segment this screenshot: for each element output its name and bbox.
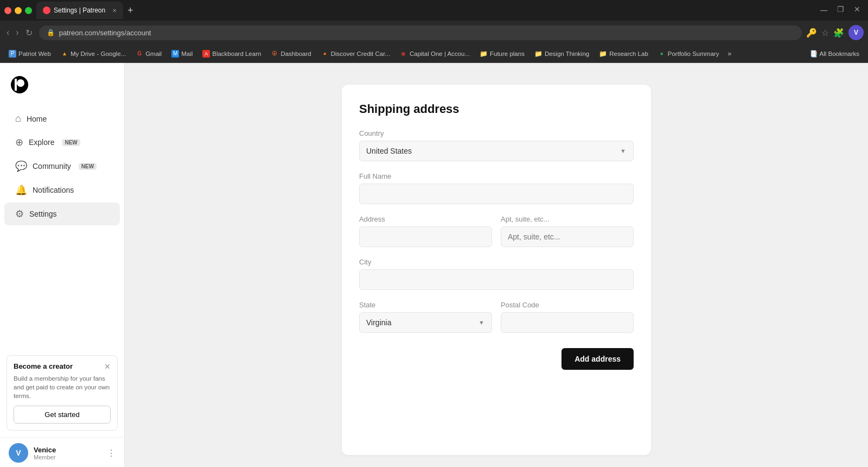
apt-group: Apt, suite, etc...	[501, 215, 634, 247]
bookmark-label: My Drive - Google...	[71, 51, 126, 57]
forward-button[interactable]: ›	[14, 26, 21, 40]
creator-box-title: Become a creator	[14, 362, 73, 370]
bookmark-future-plans[interactable]: 📁 Future plans	[475, 48, 529, 59]
url-display: patreon.com/settings/account	[59, 29, 151, 37]
user-menu-button[interactable]: ⋮	[107, 448, 116, 458]
password-icon[interactable]: 🔑	[806, 28, 817, 38]
address-label: Address	[359, 215, 492, 223]
folder-icon: 📁	[480, 50, 488, 58]
sidebar-item-home[interactable]: ⌂ Home	[4, 108, 120, 130]
tab-close-icon[interactable]: ✕	[112, 8, 117, 14]
address-row: Address Apt, suite, etc...	[359, 215, 634, 258]
postal-label: Postal Code	[501, 301, 634, 309]
bookmark-label: Research Lab	[609, 51, 648, 57]
community-new-badge: NEW	[79, 163, 97, 170]
bookmark-label: Patriot Web	[18, 51, 51, 57]
sidebar-logo	[0, 72, 124, 106]
bookmark-research-lab[interactable]: 📁 Research Lab	[595, 48, 653, 59]
full-name-input[interactable]	[359, 184, 634, 204]
full-name-group: Full Name	[359, 172, 634, 204]
bookmarks-bar: P Patriot Web ▲ My Drive - Google... G G…	[0, 45, 868, 63]
discover-icon: ●	[321, 50, 329, 58]
minimize-icon[interactable]: ─	[817, 5, 831, 16]
main-content: Shipping address Country United States C…	[125, 63, 868, 467]
address-bar[interactable]: 🔒 patreon.com/settings/account	[39, 26, 802, 40]
bookmark-label: Blackboard Learn	[212, 51, 261, 57]
all-bookmarks-button[interactable]: 📑 All Bookmarks	[806, 48, 864, 59]
city-label: City	[359, 258, 634, 266]
bookmark-label: Capital One | Accou...	[410, 51, 470, 57]
sidebar-item-home-label: Home	[27, 115, 47, 123]
explore-new-badge: NEW	[62, 139, 80, 146]
address-group: Address	[359, 215, 492, 247]
sidebar: ⌂ Home ⊕ Explore NEW 💬 Community NEW 🔔 N…	[0, 63, 125, 467]
close-window-button[interactable]	[4, 7, 11, 14]
bookmark-blackboard[interactable]: A Blackboard Learn	[198, 48, 265, 59]
bookmark-mail[interactable]: M Mail	[167, 48, 197, 59]
sidebar-item-settings[interactable]: ⚙ Settings	[4, 203, 120, 225]
folder-icon: 📁	[599, 50, 607, 58]
bookmark-patriot-web[interactable]: P Patriot Web	[4, 48, 55, 59]
address-input[interactable]	[359, 226, 492, 247]
country-select[interactable]: United States Canada United Kingdom Aust…	[359, 141, 634, 161]
apt-label: Apt, suite, etc...	[501, 215, 634, 223]
bookmark-label: Gmail	[145, 51, 162, 57]
notifications-icon: 🔔	[15, 184, 27, 196]
active-tab[interactable]: Settings | Patreon ✕	[36, 2, 123, 19]
country-group: Country United States Canada United King…	[359, 129, 634, 161]
maximize-window-button[interactable]	[25, 7, 32, 14]
bookmark-capital-one[interactable]: ◉ Capital One | Accou...	[395, 48, 474, 59]
sidebar-item-community[interactable]: 💬 Community NEW	[4, 155, 120, 178]
lock-icon: 🔒	[47, 29, 55, 36]
svg-point-0	[17, 79, 24, 87]
home-icon: ⌂	[15, 113, 21, 124]
form-actions: Add address	[359, 348, 634, 370]
bookmark-discover[interactable]: ● Discover Credit Car...	[317, 48, 394, 59]
tab-title: Settings | Patreon	[54, 7, 105, 14]
state-group: State Alabama Alaska Arizona Arkansas Ca…	[359, 301, 492, 333]
add-address-button[interactable]: Add address	[561, 348, 634, 370]
restore-icon[interactable]: ❐	[834, 5, 847, 16]
state-postal-row: State Alabama Alaska Arizona Arkansas Ca…	[359, 301, 634, 344]
explore-icon: ⊕	[15, 136, 23, 148]
sidebar-nav: ⌂ Home ⊕ Explore NEW 💬 Community NEW 🔔 N…	[0, 106, 124, 355]
gmail-icon: G	[136, 50, 143, 58]
sidebar-item-notifications[interactable]: 🔔 Notifications	[4, 179, 120, 201]
bookmark-design-thinking[interactable]: 📁 Design Thinking	[530, 48, 593, 59]
apt-input[interactable]	[501, 226, 634, 247]
bookmark-star-icon[interactable]: ☆	[821, 28, 829, 38]
creator-box-header: Become a creator ✕	[14, 362, 111, 371]
bookmark-my-drive[interactable]: ▲ My Drive - Google...	[56, 48, 130, 59]
become-creator-box: Become a creator ✕ Build a membership fo…	[7, 355, 118, 431]
bookmark-dashboard[interactable]: ⦿ Dashboard	[266, 48, 315, 59]
new-tab-button[interactable]: +	[124, 5, 137, 16]
more-bookmarks-button[interactable]: »	[724, 48, 735, 59]
user-name: Venice	[34, 446, 101, 454]
bookmark-label: Portfolio Summary	[668, 51, 719, 57]
state-select[interactable]: Alabama Alaska Arizona Arkansas Californ…	[359, 312, 492, 333]
extensions-icon[interactable]: 🧩	[833, 28, 844, 38]
reload-button[interactable]: ↻	[23, 26, 35, 40]
sidebar-item-notifications-label: Notifications	[33, 186, 74, 194]
tab-favicon-icon	[43, 7, 50, 14]
minimize-window-button[interactable]	[15, 7, 22, 14]
state-select-wrapper: Alabama Alaska Arizona Arkansas Californ…	[359, 312, 492, 333]
city-input[interactable]	[359, 269, 634, 290]
postal-input[interactable]	[501, 312, 634, 333]
sidebar-item-explore[interactable]: ⊕ Explore NEW	[4, 131, 120, 154]
creator-box-close-button[interactable]: ✕	[104, 362, 111, 371]
get-started-button[interactable]: Get started	[14, 406, 111, 424]
window-controls	[4, 7, 32, 14]
sidebar-item-community-label: Community	[33, 162, 71, 171]
back-button[interactable]: ‹	[4, 26, 11, 40]
bookmark-gmail[interactable]: G Gmail	[131, 48, 166, 59]
user-info: Venice Member	[34, 446, 101, 460]
patreon-logo-icon	[11, 76, 28, 93]
close-icon[interactable]: ✕	[851, 5, 864, 16]
user-avatar: V	[9, 443, 28, 463]
bookmark-portfolio[interactable]: ● Portfolio Summary	[654, 48, 724, 59]
profile-avatar[interactable]: V	[848, 25, 864, 40]
sidebar-item-explore-label: Explore	[29, 138, 54, 147]
svg-rect-1	[15, 79, 17, 91]
user-role: Member	[34, 454, 101, 460]
